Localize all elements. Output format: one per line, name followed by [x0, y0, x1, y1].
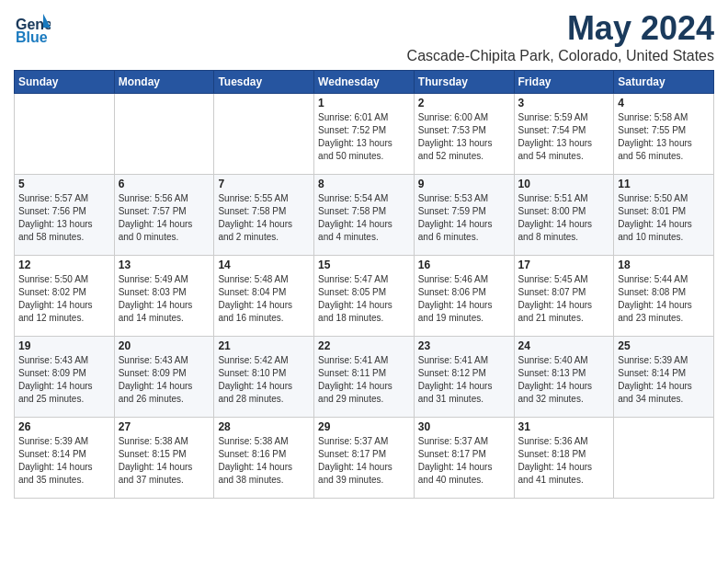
calendar-cell: 11Sunrise: 5:50 AM Sunset: 8:01 PM Dayli…	[614, 175, 714, 256]
day-info: Sunrise: 5:38 AM Sunset: 8:16 PM Dayligh…	[218, 435, 310, 487]
day-info: Sunrise: 5:37 AM Sunset: 8:17 PM Dayligh…	[418, 435, 510, 487]
day-info: Sunrise: 5:55 AM Sunset: 7:58 PM Dayligh…	[218, 192, 310, 244]
calendar-week-row: 26Sunrise: 5:39 AM Sunset: 8:14 PM Dayli…	[15, 418, 714, 499]
day-info: Sunrise: 5:46 AM Sunset: 8:06 PM Dayligh…	[418, 273, 510, 325]
calendar-cell: 1Sunrise: 6:01 AM Sunset: 7:52 PM Daylig…	[314, 94, 415, 175]
weekday-header-wednesday: Wednesday	[314, 71, 415, 94]
day-info: Sunrise: 5:53 AM Sunset: 7:59 PM Dayligh…	[418, 192, 510, 244]
day-info: Sunrise: 5:51 AM Sunset: 8:00 PM Dayligh…	[518, 192, 610, 244]
day-number: 31	[518, 420, 610, 433]
day-number: 3	[518, 97, 610, 109]
svg-text:Blue: Blue	[16, 29, 48, 45]
calendar-cell: 14Sunrise: 5:48 AM Sunset: 8:04 PM Dayli…	[214, 256, 314, 337]
day-number: 29	[318, 420, 410, 433]
weekday-header-tuesday: Tuesday	[214, 71, 314, 94]
calendar-cell: 30Sunrise: 5:37 AM Sunset: 8:17 PM Dayli…	[414, 418, 514, 499]
weekday-header-monday: Monday	[114, 71, 214, 94]
calendar-cell: 27Sunrise: 5:38 AM Sunset: 8:15 PM Dayli…	[114, 418, 214, 499]
calendar-cell: 10Sunrise: 5:51 AM Sunset: 8:00 PM Dayli…	[514, 175, 614, 256]
day-info: Sunrise: 5:59 AM Sunset: 7:54 PM Dayligh…	[518, 111, 610, 163]
calendar-cell: 16Sunrise: 5:46 AM Sunset: 8:06 PM Dayli…	[414, 256, 514, 337]
calendar-cell: 20Sunrise: 5:43 AM Sunset: 8:09 PM Dayli…	[114, 337, 214, 418]
day-info: Sunrise: 5:50 AM Sunset: 8:02 PM Dayligh…	[18, 273, 110, 325]
calendar-cell: 6Sunrise: 5:56 AM Sunset: 7:57 PM Daylig…	[114, 175, 214, 256]
title-area: May 2024 Cascade-Chipita Park, Colorado,…	[407, 9, 714, 64]
calendar-week-row: 12Sunrise: 5:50 AM Sunset: 8:02 PM Dayli…	[15, 256, 714, 337]
day-number: 17	[518, 259, 610, 271]
day-info: Sunrise: 5:36 AM Sunset: 8:18 PM Dayligh…	[518, 435, 610, 487]
day-info: Sunrise: 5:39 AM Sunset: 8:14 PM Dayligh…	[618, 354, 710, 406]
calendar-cell: 9Sunrise: 5:53 AM Sunset: 7:59 PM Daylig…	[414, 175, 514, 256]
location-title: Cascade-Chipita Park, Colorado, United S…	[407, 48, 714, 64]
day-number: 18	[618, 259, 710, 271]
month-title: May 2024	[407, 9, 714, 48]
calendar-cell: 31Sunrise: 5:36 AM Sunset: 8:18 PM Dayli…	[514, 418, 614, 499]
day-info: Sunrise: 5:47 AM Sunset: 8:05 PM Dayligh…	[318, 273, 410, 325]
day-info: Sunrise: 5:37 AM Sunset: 8:17 PM Dayligh…	[318, 435, 410, 487]
day-number: 9	[418, 178, 510, 190]
day-number: 27	[119, 420, 210, 433]
day-number: 23	[418, 339, 510, 352]
day-number: 24	[518, 339, 610, 352]
day-number: 11	[618, 178, 710, 190]
day-info: Sunrise: 5:40 AM Sunset: 8:13 PM Dayligh…	[518, 354, 610, 406]
calendar-cell: 29Sunrise: 5:37 AM Sunset: 8:17 PM Dayli…	[314, 418, 415, 499]
calendar-week-row: 1Sunrise: 6:01 AM Sunset: 7:52 PM Daylig…	[15, 94, 714, 175]
day-info: Sunrise: 5:42 AM Sunset: 8:10 PM Dayligh…	[218, 354, 310, 406]
day-info: Sunrise: 5:50 AM Sunset: 8:01 PM Dayligh…	[618, 192, 710, 244]
day-number: 30	[418, 420, 510, 433]
day-number: 6	[119, 178, 210, 190]
day-number: 21	[218, 339, 310, 352]
day-info: Sunrise: 5:58 AM Sunset: 7:55 PM Dayligh…	[618, 111, 710, 163]
day-info: Sunrise: 5:43 AM Sunset: 8:09 PM Dayligh…	[119, 354, 210, 406]
calendar-cell: 28Sunrise: 5:38 AM Sunset: 8:16 PM Dayli…	[214, 418, 314, 499]
day-number: 12	[18, 259, 110, 271]
day-number: 22	[318, 339, 410, 352]
weekday-header-sunday: Sunday	[15, 71, 115, 94]
calendar-cell: 24Sunrise: 5:40 AM Sunset: 8:13 PM Dayli…	[514, 337, 614, 418]
day-number: 15	[318, 259, 410, 271]
day-info: Sunrise: 5:45 AM Sunset: 8:07 PM Dayligh…	[518, 273, 610, 325]
day-number: 10	[518, 178, 610, 190]
day-number: 8	[318, 178, 410, 190]
day-info: Sunrise: 5:48 AM Sunset: 8:04 PM Dayligh…	[218, 273, 310, 325]
header-section: General Blue May 2024 Cascade-Chipita Pa…	[14, 9, 714, 64]
calendar-cell: 23Sunrise: 5:41 AM Sunset: 8:12 PM Dayli…	[414, 337, 514, 418]
day-number: 5	[18, 178, 110, 190]
calendar-cell: 7Sunrise: 5:55 AM Sunset: 7:58 PM Daylig…	[214, 175, 314, 256]
calendar-cell: 8Sunrise: 5:54 AM Sunset: 7:58 PM Daylig…	[314, 175, 415, 256]
calendar-cell: 22Sunrise: 5:41 AM Sunset: 8:11 PM Dayli…	[314, 337, 415, 418]
day-info: Sunrise: 5:57 AM Sunset: 7:56 PM Dayligh…	[18, 192, 110, 244]
calendar-cell	[15, 94, 115, 175]
day-info: Sunrise: 5:38 AM Sunset: 8:15 PM Dayligh…	[119, 435, 210, 487]
logo: General Blue	[14, 9, 51, 46]
calendar-cell: 26Sunrise: 5:39 AM Sunset: 8:14 PM Dayli…	[15, 418, 115, 499]
day-number: 2	[418, 97, 510, 109]
day-info: Sunrise: 5:56 AM Sunset: 7:57 PM Dayligh…	[119, 192, 210, 244]
calendar-cell: 17Sunrise: 5:45 AM Sunset: 8:07 PM Dayli…	[514, 256, 614, 337]
day-number: 7	[218, 178, 310, 190]
day-info: Sunrise: 5:44 AM Sunset: 8:08 PM Dayligh…	[618, 273, 710, 325]
day-number: 14	[218, 259, 310, 271]
logo-icon: General Blue	[14, 9, 51, 46]
day-info: Sunrise: 5:41 AM Sunset: 8:11 PM Dayligh…	[318, 354, 410, 406]
day-info: Sunrise: 5:39 AM Sunset: 8:14 PM Dayligh…	[18, 435, 110, 487]
calendar-cell: 3Sunrise: 5:59 AM Sunset: 7:54 PM Daylig…	[514, 94, 614, 175]
calendar-cell	[214, 94, 314, 175]
calendar-cell: 19Sunrise: 5:43 AM Sunset: 8:09 PM Dayli…	[15, 337, 115, 418]
calendar-week-row: 5Sunrise: 5:57 AM Sunset: 7:56 PM Daylig…	[15, 175, 714, 256]
day-number: 16	[418, 259, 510, 271]
day-info: Sunrise: 5:43 AM Sunset: 8:09 PM Dayligh…	[18, 354, 110, 406]
calendar-cell: 4Sunrise: 5:58 AM Sunset: 7:55 PM Daylig…	[614, 94, 714, 175]
calendar-cell: 12Sunrise: 5:50 AM Sunset: 8:02 PM Dayli…	[15, 256, 115, 337]
calendar-cell: 2Sunrise: 6:00 AM Sunset: 7:53 PM Daylig…	[414, 94, 514, 175]
day-number: 26	[18, 420, 110, 433]
day-info: Sunrise: 5:49 AM Sunset: 8:03 PM Dayligh…	[119, 273, 210, 325]
weekday-header-thursday: Thursday	[414, 71, 514, 94]
day-info: Sunrise: 5:41 AM Sunset: 8:12 PM Dayligh…	[418, 354, 510, 406]
day-number: 4	[618, 97, 710, 109]
calendar-table: SundayMondayTuesdayWednesdayThursdayFrid…	[14, 70, 714, 499]
calendar-cell	[614, 418, 714, 499]
calendar-cell	[114, 94, 214, 175]
calendar-week-row: 19Sunrise: 5:43 AM Sunset: 8:09 PM Dayli…	[15, 337, 714, 418]
